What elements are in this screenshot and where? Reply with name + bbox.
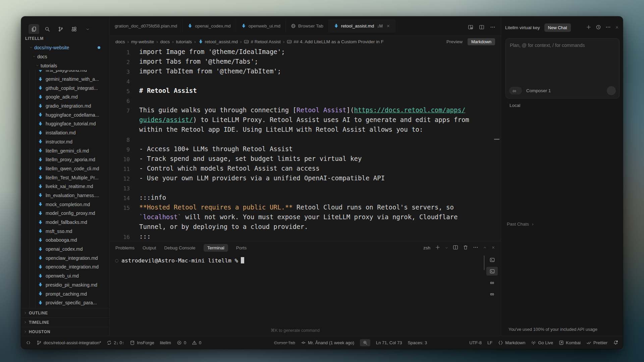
tree-file[interactable]: instructor.md: [21, 137, 109, 146]
tree-file[interactable]: model_config_proxy.md: [21, 209, 109, 218]
terminal-scrollbar[interactable]: [484, 255, 485, 270]
terminal-plus-button[interactable]: [435, 245, 440, 251]
status-item[interactable]: [26, 340, 31, 345]
breadcrumb-item[interactable]: ## 4. Add LiteLLM as a Custom Provider i…: [287, 39, 384, 44]
editor-tab[interactable]: Browser Tab: [286, 19, 329, 33]
tree-file[interactable]: github_copilot_integrati...: [21, 83, 109, 93]
activity-extensions-button[interactable]: [69, 24, 79, 34]
tree-file[interactable]: litellm_gemini_cli.md: [21, 146, 109, 155]
terminal-close-button[interactable]: [491, 245, 495, 250]
terminal-session[interactable]: ∞: [486, 290, 498, 298]
terminal-trash-button[interactable]: [463, 245, 468, 251]
status-item-litellm[interactable]: litellm: [160, 340, 171, 345]
status-item[interactable]: [613, 340, 618, 345]
tree-folder[interactable]: tutorials: [21, 61, 109, 70]
editor-tab[interactable]: openweb_ui.md: [236, 19, 286, 33]
tree-file[interactable]: gemini_realtime_with_a...: [21, 75, 109, 84]
terminal-more-button[interactable]: [473, 245, 478, 251]
tree-file[interactable]: livekit_xai_realtime.md: [21, 182, 109, 191]
tree-file[interactable]: litellm_proxy_aporia.md: [21, 155, 109, 164]
tree-file[interactable]: litellm_qwen_code_cli.md: [21, 164, 109, 173]
tree-file[interactable]: provider_specific_para...: [21, 298, 109, 307]
sidebar-section-houston[interactable]: HOUSTON: [21, 327, 109, 336]
status-item-utf-8[interactable]: UTF-8: [469, 340, 482, 345]
sidebar-section-timeline[interactable]: TIMELINE: [21, 317, 109, 327]
new-chat-button[interactable]: New Chat: [544, 23, 571, 32]
status-item-prettier[interactable]: Prettier: [586, 340, 607, 345]
editor-action-split-button[interactable]: [479, 24, 484, 31]
tree-file[interactable]: huggingface_tutorial.md: [21, 119, 109, 128]
editor-tab[interactable]: gration_doc_d075fd58.plan.md: [110, 19, 182, 33]
tree-file[interactable]: opencode_integration.md: [21, 262, 109, 272]
tree-folder[interactable]: docs/my-website: [21, 43, 109, 52]
status-item-markdown[interactable]: Markdown: [498, 340, 525, 345]
status-item-spaces-3[interactable]: Spaces: 3: [408, 340, 427, 345]
breadcrumb-item[interactable]: tutorials: [176, 39, 192, 44]
terminal-session[interactable]: [486, 255, 498, 264]
status-item[interactable]: [360, 339, 370, 346]
past-chats-link[interactable]: Past Chats ›: [507, 222, 534, 227]
environment-selector[interactable]: Local: [501, 99, 623, 112]
panel-tab-ports[interactable]: Ports: [236, 245, 247, 250]
activity-files-button[interactable]: [29, 24, 39, 34]
tree-file[interactable]: msft_sso.md: [21, 227, 109, 236]
panel-tab-debug-console[interactable]: Debug Console: [164, 245, 196, 250]
tree-file[interactable]: openclaw_integration.md: [21, 253, 109, 262]
chat-plus-button[interactable]: [586, 24, 591, 31]
chat-tab-title[interactable]: Litellm virtual key: [505, 25, 540, 30]
tree-file[interactable]: openweb_ui.md: [21, 272, 109, 281]
tree-file[interactable]: mock_completion.md: [21, 200, 109, 209]
breadcrumb-item[interactable]: # Retool Assist: [244, 39, 280, 44]
chat-clock-button[interactable]: [596, 24, 601, 31]
tree-file[interactable]: lm_evaluation_harness....: [21, 191, 109, 200]
terminal-chevron-down-button[interactable]: [445, 245, 448, 250]
panel-tab-terminal[interactable]: Terminal: [204, 244, 228, 252]
preview-toggle[interactable]: Preview: [446, 39, 463, 44]
workspace-root[interactable]: LITELLM: [21, 34, 109, 43]
editor-tab[interactable]: openai_codex.md: [182, 19, 236, 33]
tree-file[interactable]: prompt_caching.md: [21, 289, 109, 298]
status-item-mr-nand-1-week-ago-[interactable]: Mr. Ånand (1 week ago): [301, 340, 354, 345]
terminal-caret-up-button[interactable]: [483, 245, 487, 250]
status-item-0[interactable]: 0: [192, 340, 201, 345]
panel-tab-problems[interactable]: Problems: [115, 245, 135, 250]
breadcrumb-item[interactable]: docs: [115, 39, 125, 44]
status-item-2-0-[interactable]: 2↓ 0↑: [107, 340, 124, 345]
tree-file[interactable]: openai_codex.md: [21, 245, 109, 254]
status-item-insforge[interactable]: InsForge: [130, 340, 154, 345]
status-item-ln-71-col-73[interactable]: Ln 71, Col 73: [376, 340, 402, 345]
tree-file[interactable]: model_fallbacks.md: [21, 218, 109, 227]
shell-selector[interactable]: zsh: [421, 245, 430, 250]
tree-file[interactable]: presidio_pii_masking.md: [21, 281, 109, 290]
breadcrumb-item[interactable]: docs: [160, 39, 170, 44]
panel-tab-output[interactable]: Output: [143, 245, 156, 250]
tree-file[interactable]: installation.md: [21, 128, 109, 137]
mic-button[interactable]: [607, 86, 616, 95]
tree-file[interactable]: oobabooga.md: [21, 236, 109, 245]
breadcrumb-item[interactable]: my-website: [131, 39, 154, 44]
terminal-session[interactable]: ∞: [486, 278, 498, 287]
model-selector[interactable]: Composer 1: [526, 88, 553, 93]
tree-file[interactable]: gradio_integration.md: [21, 102, 109, 111]
status-item-cursor-tab[interactable]: Cursor Tab: [274, 340, 295, 345]
agent-mode-selector[interactable]: ∞: [509, 87, 522, 95]
activity-search-button[interactable]: [42, 24, 53, 34]
status-item-go-live[interactable]: Go Live: [531, 340, 553, 345]
code-editor[interactable]: 1import Image from '@theme/IdealImage';2…: [110, 44, 501, 241]
sidebar-section-outline[interactable]: OUTLINE: [21, 308, 109, 317]
status-item-docs-retool-assist-integration-[interactable]: docs/retool-assist-integration*: [37, 340, 101, 345]
terminal-output[interactable]: astrodevil@Astro-Mac-mini litellm %: [110, 254, 501, 264]
status-item-0[interactable]: 0: [177, 340, 186, 345]
tree-file[interactable]: huggingface_codellama...: [21, 110, 109, 119]
editor-action-split-search-button[interactable]: [468, 24, 473, 31]
chat-close-button[interactable]: [615, 25, 619, 30]
status-item-lf[interactable]: LF: [487, 340, 492, 345]
tree-file[interactable]: litellm_Test_Multiple_Pr...: [21, 173, 109, 182]
editor-action-more-button[interactable]: [490, 24, 495, 31]
tree-file[interactable]: google_adk.md: [21, 93, 109, 102]
terminal-split-button[interactable]: [453, 245, 458, 251]
chat-input-box[interactable]: Plan, @ for context, / for commands ∞ Co…: [505, 38, 620, 99]
tree-folder[interactable]: docs: [21, 52, 109, 61]
editor-tab[interactable]: retool_assist.md↓M: [329, 19, 395, 33]
status-item-kombai[interactable]: Kombai: [559, 340, 581, 345]
